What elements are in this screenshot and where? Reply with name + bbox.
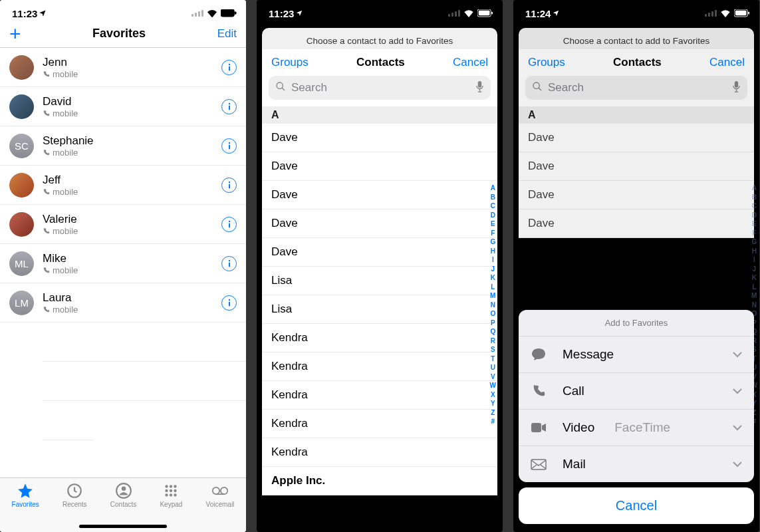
svg-point-41: [533, 82, 539, 88]
contact-list: DaveDaveDaveDave: [519, 124, 754, 238]
info-button[interactable]: [221, 256, 237, 271]
action-video[interactable]: Video FaceTime: [519, 410, 754, 446]
info-button[interactable]: [221, 295, 237, 311]
message-icon: [531, 347, 547, 362]
groups-button[interactable]: Groups: [271, 56, 309, 69]
contact-row[interactable]: Dave: [262, 124, 497, 152]
cancel-button[interactable]: Cancel: [453, 56, 488, 69]
svg-point-7: [228, 142, 229, 144]
clock-icon: [66, 482, 83, 499]
favorite-row[interactable]: Davidmobile: [0, 87, 246, 126]
contact-row[interactable]: Kendra: [262, 352, 497, 381]
mic-icon[interactable]: [475, 80, 484, 95]
contact-row[interactable]: Dave: [519, 152, 754, 181]
svg-point-24: [170, 489, 172, 492]
battery-icon: [477, 9, 493, 17]
action-sheet: Add to Favorites Message Call Video Face…: [519, 310, 754, 524]
svg-point-9: [228, 182, 229, 183]
home-indicator[interactable]: [592, 525, 680, 528]
contact-row[interactable]: Kendra: [262, 324, 497, 352]
info-button[interactable]: [221, 99, 237, 114]
svg-point-11: [228, 221, 229, 222]
home-indicator[interactable]: [79, 525, 167, 528]
favorite-row[interactable]: MLMikemobile: [0, 244, 246, 283]
favorite-row[interactable]: SCStephaniemobile: [0, 126, 246, 166]
contact-row[interactable]: Dave: [262, 238, 497, 267]
contact-picker-screen: 11:23 Choose a contact to add to Favorit…: [257, 0, 503, 532]
add-button[interactable]: +: [9, 27, 21, 41]
contact-row[interactable]: Kendra: [262, 410, 497, 438]
home-indicator[interactable]: [336, 525, 424, 528]
svg-rect-44: [531, 423, 541, 432]
contact-sub: mobile: [43, 69, 221, 79]
video-icon: [531, 422, 547, 433]
cancel-button[interactable]: Cancel: [709, 56, 745, 69]
svg-point-15: [228, 299, 229, 301]
svg-point-23: [166, 489, 168, 492]
nav-bar: + Favorites Edit: [0, 24, 246, 48]
contact-row[interactable]: Dave: [262, 181, 497, 209]
action-call[interactable]: Call: [519, 373, 754, 410]
info-button[interactable]: [221, 138, 237, 154]
search-input[interactable]: Search: [525, 76, 747, 100]
contact-row[interactable]: Lisa: [262, 267, 497, 295]
contact-row[interactable]: Dave: [262, 209, 497, 238]
info-button[interactable]: [221, 60, 237, 75]
mic-icon[interactable]: [732, 80, 741, 95]
action-cancel[interactable]: Cancel: [519, 487, 754, 524]
svg-rect-14: [229, 263, 230, 267]
tab-bar: Favorites Recents Contacts Keypad Voicem…: [0, 477, 246, 532]
info-button[interactable]: [221, 217, 237, 232]
contact-row[interactable]: Dave: [519, 209, 754, 238]
svg-point-28: [174, 493, 177, 496]
favorite-row[interactable]: Jeffmobile: [0, 166, 246, 205]
contact-row[interactable]: Dave: [262, 152, 497, 181]
status-bar: 11:24: [513, 0, 759, 24]
search-icon: [275, 81, 286, 94]
favorite-row[interactable]: Jennmobile: [0, 48, 246, 87]
favorites-screen: 11:23 + Favorites Edit JennmobileDavidmo…: [0, 0, 246, 532]
svg-rect-45: [531, 460, 546, 469]
location-icon: [39, 10, 46, 17]
search-input[interactable]: Search: [269, 76, 491, 100]
battery-icon: [734, 9, 750, 17]
contact-sub: mobile: [43, 265, 221, 275]
index-bar[interactable]: ABCDEFGHIJKLMNOPQRSTUVWXYZ#: [490, 184, 496, 426]
sheet-nav: Groups Contacts Cancel: [262, 49, 497, 76]
svg-rect-10: [229, 184, 230, 189]
tab-voicemail[interactable]: Voicemail: [206, 482, 235, 532]
contact-sub: mobile: [43, 108, 221, 118]
contact-name: Laura: [43, 291, 221, 305]
contact-row[interactable]: Kendra: [262, 438, 497, 467]
wifi-icon: [720, 9, 731, 17]
svg-rect-6: [229, 106, 230, 110]
edit-button[interactable]: Edit: [217, 27, 237, 41]
chevron-down-icon: [733, 422, 742, 434]
contact-row[interactable]: Lisa: [262, 295, 497, 324]
search-container: Search: [262, 76, 497, 106]
avatar: ML: [9, 251, 34, 276]
wifi-icon: [207, 9, 217, 17]
info-button[interactable]: [221, 178, 237, 193]
svg-rect-12: [229, 223, 230, 228]
list-separator: [43, 401, 93, 440]
phone-icon: [531, 384, 547, 398]
contact-row[interactable]: Dave: [519, 124, 754, 152]
groups-button[interactable]: Groups: [528, 56, 565, 69]
contact-row[interactable]: Kendra: [262, 381, 497, 410]
contact-name: Valerie: [43, 213, 221, 226]
chevron-down-icon: [733, 385, 742, 397]
favorite-row[interactable]: Valeriemobile: [0, 205, 246, 244]
svg-point-27: [170, 493, 172, 496]
contact-row[interactable]: Apple Inc.: [262, 467, 497, 495]
contact-row[interactable]: Dave: [519, 181, 754, 209]
wifi-icon: [463, 9, 474, 17]
location-icon: [296, 10, 303, 17]
action-mail[interactable]: Mail: [519, 446, 754, 482]
favorite-row[interactable]: LMLauramobile: [0, 283, 246, 323]
tab-favorites[interactable]: Favorites: [12, 482, 39, 532]
contact-list: DaveDaveDaveDaveDaveLisaLisaKendraKendra…: [262, 124, 497, 495]
svg-point-25: [174, 489, 177, 492]
action-message[interactable]: Message: [519, 336, 754, 373]
contact-name: Stephanie: [43, 134, 221, 148]
